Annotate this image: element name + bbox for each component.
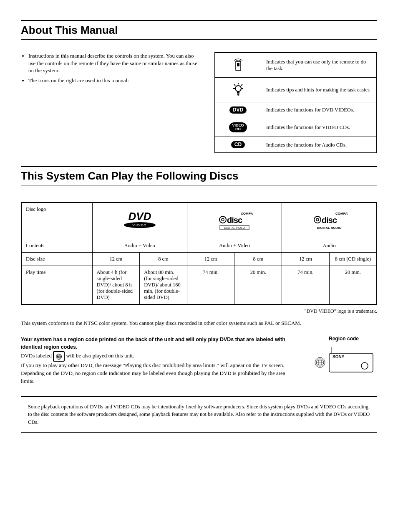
cell: 8 cm (CD single) — [329, 253, 377, 266]
cell: About 80 min. (for single-sided DVD)/ ab… — [140, 266, 187, 305]
section-title-discs: This System Can Play the Following Discs — [21, 170, 377, 182]
ntsc-note: This system conforms to the NTSC color s… — [21, 319, 377, 327]
cell: 8 cm — [234, 253, 282, 266]
rowhead-size: Disc size — [21, 253, 92, 266]
svg-text:disc: disc — [322, 215, 337, 225]
cell: Audio — [282, 239, 377, 253]
icon-legend-table: Indicates that you can use only the remo… — [214, 52, 377, 153]
vcd-pill-icon: VIDEO CD — [215, 118, 261, 137]
playback-note-box: Some playback operations of DVDs and VID… — [21, 396, 377, 433]
svg-text:VIDEO: VIDEO — [132, 223, 147, 227]
region-all-icon: ALL — [53, 351, 65, 362]
icon-desc: Indicates that you can use only the remo… — [261, 53, 377, 78]
svg-point-14 — [219, 216, 226, 223]
rowhead-logo: Disc logo — [21, 203, 92, 239]
region-text: Your system has a region code printed on… — [21, 336, 298, 385]
section-title-about: About This Manual — [21, 24, 377, 37]
rowhead-contents: Contents — [21, 239, 92, 253]
cell: About 4 h (for single-sided DVD)/ about … — [92, 266, 140, 305]
dvd-pill-icon: DVD — [215, 102, 261, 118]
cell: 20 min. — [329, 266, 377, 305]
svg-text:DIGITAL AUDIO: DIGITAL AUDIO — [317, 226, 342, 230]
svg-line-5 — [234, 84, 235, 86]
cell: Audio + Video — [92, 239, 187, 253]
icon-desc: Indicates the functions for DVD VIDEOs. — [261, 102, 377, 118]
disc-compat-table: Disc logo DVD VIDEO COMPACT disc DIGITAL… — [21, 202, 377, 305]
bullet-item: Instructions in this manual describe the… — [28, 52, 198, 74]
cell: 12 cm — [187, 253, 234, 266]
svg-text:COMPACT: COMPACT — [241, 212, 253, 215]
svg-line-6 — [241, 84, 242, 86]
rowhead-playtime: Play time — [21, 266, 92, 305]
remote-icon — [215, 53, 261, 78]
svg-point-15 — [222, 218, 224, 221]
cell: 74 min. — [282, 266, 330, 305]
region-code-figure: Region code SONY — [310, 336, 377, 385]
icon-desc: Indicates the functions for Audio CDs. — [261, 137, 377, 153]
compact-disc-video-logo: COMPACT disc DIGITAL VIDEO — [187, 203, 282, 239]
svg-text:COMPACT: COMPACT — [335, 212, 348, 215]
cell: 8 cm — [140, 253, 187, 266]
svg-text:disc: disc — [227, 215, 242, 225]
about-bullets: Instructions in this manual describe the… — [21, 52, 198, 153]
dvd-video-logo: DVD VIDEO — [92, 203, 187, 239]
svg-point-20 — [314, 216, 321, 223]
brand-text: SONY — [333, 355, 345, 359]
compact-disc-audio-logo: COMPACT disc DIGITAL AUDIO — [282, 203, 377, 239]
bullet-item: The icons on the right are used in this … — [28, 77, 198, 84]
cell: 74 min. — [187, 266, 234, 305]
svg-rect-1 — [237, 63, 239, 66]
cell: 12 cm — [92, 253, 140, 266]
cell: 12 cm — [282, 253, 330, 266]
icon-desc: Indicates tips and hints for making the … — [261, 78, 377, 102]
cd-pill-icon: CD — [215, 137, 261, 153]
svg-point-21 — [316, 218, 319, 221]
icon-desc: Indicates the functions for VIDEO CDs. — [261, 118, 377, 137]
svg-text:ALL: ALL — [57, 356, 61, 358]
trademark-note: "DVD VIDEO" logo is a trademark. — [21, 308, 377, 314]
cell: Audio + Video — [187, 239, 282, 253]
tip-icon — [215, 78, 261, 102]
svg-point-2 — [235, 86, 241, 91]
svg-rect-3 — [237, 91, 239, 94]
svg-text:DVD: DVD — [128, 211, 151, 223]
svg-text:DIGITAL VIDEO: DIGITAL VIDEO — [224, 226, 245, 229]
cell: 20 min. — [234, 266, 282, 305]
